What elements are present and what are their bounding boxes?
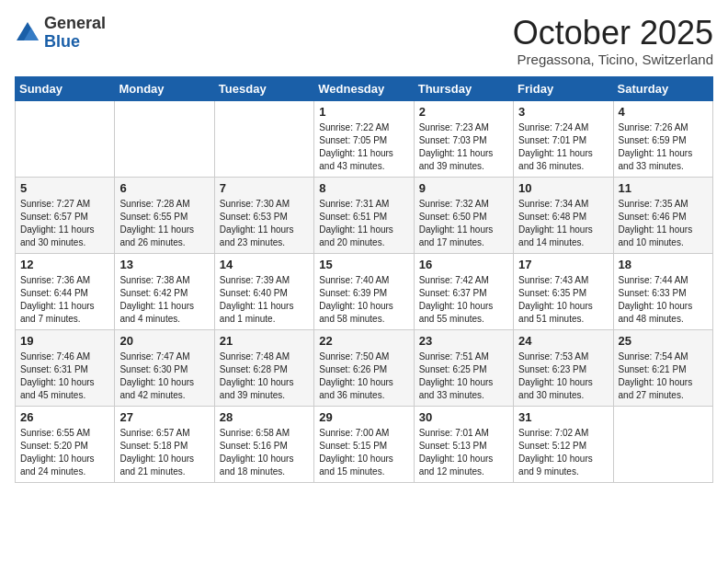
day-number: 15: [319, 258, 408, 271]
calendar: SundayMondayTuesdayWednesdayThursdayFrid…: [15, 76, 713, 483]
day-info: Sunrise: 7:00 AM Sunset: 5:15 PM Dayligh…: [319, 427, 408, 478]
day-number: 1: [319, 105, 408, 119]
day-number: 2: [419, 105, 508, 119]
calendar-cell: 12Sunrise: 7:36 AM Sunset: 6:44 PM Dayli…: [16, 253, 115, 329]
day-number: 18: [619, 258, 708, 271]
calendar-cell: 24Sunrise: 7:53 AM Sunset: 6:23 PM Dayli…: [514, 329, 613, 406]
logo-icon: [15, 20, 40, 46]
calendar-cell: 1Sunrise: 7:22 AM Sunset: 7:05 PM Daylig…: [314, 100, 414, 177]
day-info: Sunrise: 6:58 AM Sunset: 5:16 PM Dayligh…: [220, 427, 309, 478]
calendar-cell: 15Sunrise: 7:40 AM Sunset: 6:39 PM Dayli…: [314, 253, 414, 329]
day-info: Sunrise: 7:28 AM Sunset: 6:55 PM Dayligh…: [119, 198, 209, 249]
calendar-cell: 3Sunrise: 7:24 AM Sunset: 7:01 PM Daylig…: [514, 100, 613, 177]
calendar-cell: 19Sunrise: 7:46 AM Sunset: 6:31 PM Dayli…: [16, 329, 115, 406]
day-info: Sunrise: 7:50 AM Sunset: 6:26 PM Dayligh…: [319, 350, 408, 402]
calendar-cell: 22Sunrise: 7:50 AM Sunset: 6:26 PM Dayli…: [314, 329, 414, 406]
page-header: GeneralBlue October 2025 Pregassona, Tic…: [15, 15, 713, 67]
day-number: 17: [518, 258, 608, 271]
calendar-week-1: 1Sunrise: 7:22 AM Sunset: 7:05 PM Daylig…: [16, 100, 713, 177]
day-info: Sunrise: 6:55 AM Sunset: 5:20 PM Dayligh…: [20, 427, 109, 478]
day-info: Sunrise: 7:53 AM Sunset: 6:23 PM Dayligh…: [518, 350, 608, 402]
day-info: Sunrise: 7:34 AM Sunset: 6:48 PM Dayligh…: [518, 198, 608, 249]
day-info: Sunrise: 7:35 AM Sunset: 6:46 PM Dayligh…: [619, 198, 708, 249]
day-number: 16: [419, 258, 508, 271]
day-info: Sunrise: 7:36 AM Sunset: 6:44 PM Dayligh…: [20, 274, 109, 326]
day-info: Sunrise: 7:26 AM Sunset: 6:59 PM Dayligh…: [619, 121, 708, 173]
day-number: 5: [20, 181, 109, 195]
day-info: Sunrise: 7:38 AM Sunset: 6:42 PM Dayligh…: [119, 274, 209, 326]
calendar-cell: 10Sunrise: 7:34 AM Sunset: 6:48 PM Dayli…: [514, 177, 613, 253]
day-info: Sunrise: 7:51 AM Sunset: 6:25 PM Dayligh…: [419, 350, 508, 402]
calendar-cell: 29Sunrise: 7:00 AM Sunset: 5:15 PM Dayli…: [314, 406, 414, 482]
day-number: 20: [119, 334, 209, 348]
day-info: Sunrise: 7:54 AM Sunset: 6:21 PM Dayligh…: [619, 350, 708, 402]
weekday-header-thursday: Thursday: [414, 76, 513, 100]
weekday-header-monday: Monday: [115, 76, 214, 100]
month-title: October 2025: [513, 15, 713, 52]
calendar-cell: [115, 100, 214, 177]
day-info: Sunrise: 7:22 AM Sunset: 7:05 PM Dayligh…: [319, 121, 408, 173]
calendar-cell: 27Sunrise: 6:57 AM Sunset: 5:18 PM Dayli…: [115, 406, 214, 482]
calendar-week-3: 12Sunrise: 7:36 AM Sunset: 6:44 PM Dayli…: [16, 253, 713, 329]
calendar-cell: 30Sunrise: 7:01 AM Sunset: 5:13 PM Dayli…: [414, 406, 513, 482]
calendar-week-2: 5Sunrise: 7:27 AM Sunset: 6:57 PM Daylig…: [16, 177, 713, 253]
day-number: 11: [619, 181, 708, 195]
calendar-cell: 8Sunrise: 7:31 AM Sunset: 6:51 PM Daylig…: [314, 177, 414, 253]
calendar-cell: 28Sunrise: 6:58 AM Sunset: 5:16 PM Dayli…: [214, 406, 313, 482]
day-info: Sunrise: 7:39 AM Sunset: 6:40 PM Dayligh…: [220, 274, 309, 326]
day-number: 29: [319, 410, 408, 424]
day-number: 21: [220, 334, 309, 348]
day-number: 3: [518, 105, 608, 119]
weekday-header-tuesday: Tuesday: [214, 76, 313, 100]
day-number: 8: [319, 181, 408, 195]
location: Pregassona, Ticino, Switzerland: [513, 52, 713, 67]
day-number: 30: [419, 410, 508, 424]
day-number: 9: [419, 181, 508, 195]
day-number: 23: [419, 334, 508, 348]
calendar-cell: 14Sunrise: 7:39 AM Sunset: 6:40 PM Dayli…: [214, 253, 313, 329]
calendar-cell: 16Sunrise: 7:42 AM Sunset: 6:37 PM Dayli…: [414, 253, 513, 329]
weekday-header-wednesday: Wednesday: [314, 76, 414, 100]
day-info: Sunrise: 7:32 AM Sunset: 6:50 PM Dayligh…: [419, 198, 508, 249]
day-info: Sunrise: 7:47 AM Sunset: 6:30 PM Dayligh…: [119, 350, 209, 402]
weekday-header-friday: Friday: [514, 76, 613, 100]
calendar-cell: 9Sunrise: 7:32 AM Sunset: 6:50 PM Daylig…: [414, 177, 513, 253]
day-number: 12: [20, 258, 109, 271]
day-info: Sunrise: 7:31 AM Sunset: 6:51 PM Dayligh…: [319, 198, 408, 249]
weekday-header-saturday: Saturday: [613, 76, 712, 100]
day-info: Sunrise: 6:57 AM Sunset: 5:18 PM Dayligh…: [119, 427, 209, 478]
calendar-cell: 20Sunrise: 7:47 AM Sunset: 6:30 PM Dayli…: [115, 329, 214, 406]
day-info: Sunrise: 7:48 AM Sunset: 6:28 PM Dayligh…: [220, 350, 309, 402]
day-info: Sunrise: 7:24 AM Sunset: 7:01 PM Dayligh…: [518, 121, 608, 173]
day-number: 26: [20, 410, 109, 424]
day-info: Sunrise: 7:43 AM Sunset: 6:35 PM Dayligh…: [518, 274, 608, 326]
calendar-cell: 23Sunrise: 7:51 AM Sunset: 6:25 PM Dayli…: [414, 329, 513, 406]
calendar-cell: 2Sunrise: 7:23 AM Sunset: 7:03 PM Daylig…: [414, 100, 513, 177]
day-number: 28: [220, 410, 309, 424]
day-info: Sunrise: 7:02 AM Sunset: 5:12 PM Dayligh…: [518, 427, 608, 478]
calendar-cell: 21Sunrise: 7:48 AM Sunset: 6:28 PM Dayli…: [214, 329, 313, 406]
day-number: 24: [518, 334, 608, 348]
day-number: 27: [119, 410, 209, 424]
calendar-cell: 25Sunrise: 7:54 AM Sunset: 6:21 PM Dayli…: [613, 329, 712, 406]
day-info: Sunrise: 7:01 AM Sunset: 5:13 PM Dayligh…: [419, 427, 508, 478]
day-number: 14: [220, 258, 309, 271]
calendar-cell: 4Sunrise: 7:26 AM Sunset: 6:59 PM Daylig…: [613, 100, 712, 177]
calendar-cell: 5Sunrise: 7:27 AM Sunset: 6:57 PM Daylig…: [16, 177, 115, 253]
day-info: Sunrise: 7:44 AM Sunset: 6:33 PM Dayligh…: [619, 274, 708, 326]
calendar-cell: 6Sunrise: 7:28 AM Sunset: 6:55 PM Daylig…: [115, 177, 214, 253]
calendar-week-5: 26Sunrise: 6:55 AM Sunset: 5:20 PM Dayli…: [16, 406, 713, 482]
day-number: 10: [518, 181, 608, 195]
calendar-cell: 11Sunrise: 7:35 AM Sunset: 6:46 PM Dayli…: [613, 177, 712, 253]
calendar-cell: [214, 100, 313, 177]
title-block: October 2025 Pregassona, Ticino, Switzer…: [513, 15, 713, 67]
day-info: Sunrise: 7:30 AM Sunset: 6:53 PM Dayligh…: [220, 198, 309, 249]
day-number: 19: [20, 334, 109, 348]
calendar-cell: 13Sunrise: 7:38 AM Sunset: 6:42 PM Dayli…: [115, 253, 214, 329]
calendar-cell: 26Sunrise: 6:55 AM Sunset: 5:20 PM Dayli…: [16, 406, 115, 482]
day-number: 7: [220, 181, 309, 195]
day-number: 13: [119, 258, 209, 271]
day-number: 6: [119, 181, 209, 195]
calendar-cell: 31Sunrise: 7:02 AM Sunset: 5:12 PM Dayli…: [514, 406, 613, 482]
day-number: 4: [619, 105, 708, 119]
